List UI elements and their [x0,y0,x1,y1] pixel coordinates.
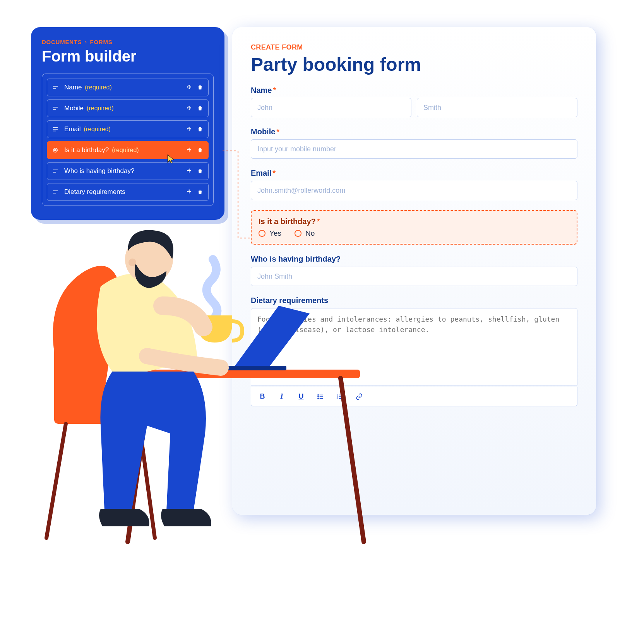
breadcrumb-leaf[interactable]: FORMS [90,39,113,45]
radio-icon [259,230,265,237]
name-label: Name* [251,86,577,95]
field-email: Email* [251,169,577,200]
chevron-right-icon: › [85,39,87,45]
dietary-textarea[interactable] [251,308,577,385]
bold-button[interactable]: B [258,392,267,401]
svg-line-27 [139,424,155,538]
text-field-icon [52,84,59,91]
first-name-input[interactable] [251,98,411,117]
svg-point-13 [318,394,319,395]
move-icon[interactable] [186,147,193,154]
trash-icon[interactable] [197,84,204,91]
move-icon[interactable] [186,168,193,175]
label-text: Email [251,169,271,177]
trash-icon[interactable] [197,188,204,195]
trash-icon[interactable] [197,147,204,154]
builder-item-label: Who is having birthday? [64,167,134,175]
svg-point-8 [55,149,57,151]
bullet-list-button[interactable] [316,393,325,400]
last-name-input[interactable] [417,98,577,117]
svg-text:3: 3 [337,397,338,399]
field-birthday-highlighted: Is it a birthday?* Yes No [251,210,577,245]
email-input[interactable] [251,181,577,200]
required-star-icon: * [276,127,279,136]
birthday-label: Is it a birthday?* [259,217,570,226]
builder-title: Form builder [42,48,214,65]
builder-item-mobile[interactable]: Mobile (required) [47,99,209,117]
radio-field-icon [52,147,59,154]
svg-rect-25 [54,412,151,424]
label-text: Mobile [251,127,275,136]
label-text: Is it a birthday? [259,217,316,226]
mobile-label: Mobile* [251,127,577,136]
trash-icon[interactable] [197,126,204,133]
move-icon[interactable] [186,188,193,195]
breadcrumb-root[interactable]: DOCUMENTS [42,39,82,45]
who-label: Who is having birthday? [251,255,577,264]
svg-line-29 [128,378,151,542]
field-mobile: Mobile* [251,127,577,159]
required-tag: (required) [85,84,111,91]
builder-item-name[interactable]: Name (required) [47,79,209,96]
eyebrow-label: CREATE FORM [251,43,577,51]
multiline-field-icon [52,126,59,133]
svg-point-17 [318,398,319,399]
builder-item-who[interactable]: Who is having birthday? [47,162,209,180]
trash-icon[interactable] [197,168,204,175]
builder-item-label: Email [64,125,81,133]
required-tag: (required) [84,126,111,133]
dietary-label: Dietary requirements [251,296,577,305]
builder-item-label: Is it a birthday? [64,146,109,154]
text-field-icon [52,188,59,195]
text-field-icon [52,105,59,112]
italic-button[interactable]: I [277,392,286,401]
svg-line-26 [46,424,66,538]
breadcrumb[interactable]: DOCUMENTS › FORMS [42,39,214,45]
label-text: Name [251,86,272,94]
builder-fields-list: Name (required) Mobile (required) [42,74,214,206]
form-builder-panel: DOCUMENTS › FORMS Form builder Name (req… [31,27,224,220]
move-icon[interactable] [186,126,193,133]
move-icon[interactable] [186,105,193,112]
radio-label: Yes [269,229,281,238]
form-preview-panel: CREATE FORM Party booking form Name* Mob… [232,27,596,515]
mobile-input[interactable] [251,139,577,159]
required-tag: (required) [87,105,113,112]
builder-item-label: Mobile [64,104,84,112]
builder-item-email[interactable]: Email (required) [47,120,209,138]
radio-no[interactable]: No [295,229,315,238]
required-star-icon: * [273,86,276,94]
email-label: Email* [251,169,577,178]
field-dietary: Dietary requirements B I U 123 [251,296,577,406]
builder-item-birthday[interactable]: Is it a birthday? (required) [47,141,209,159]
numbered-list-button[interactable]: 123 [336,393,344,400]
builder-item-label: Name [64,84,82,91]
required-star-icon: * [272,169,276,177]
radio-yes[interactable]: Yes [259,229,281,238]
field-name: Name* [251,86,577,117]
text-field-icon [52,168,59,175]
builder-item-label: Dietary requirements [64,188,125,196]
link-button[interactable] [355,393,363,400]
field-who: Who is having birthday? [251,255,577,286]
radio-icon [295,230,301,237]
trash-icon[interactable] [197,105,204,112]
builder-item-dietary[interactable]: Dietary requirements [47,183,209,201]
form-title: Party booking form [251,54,577,75]
svg-point-32 [125,235,173,283]
radio-label: No [305,229,315,238]
required-tag: (required) [112,147,139,154]
svg-point-33 [128,259,136,266]
rte-toolbar: B I U 123 [251,387,577,406]
underline-button[interactable]: U [297,392,305,401]
who-input[interactable] [251,267,577,286]
move-icon[interactable] [186,84,193,91]
required-star-icon: * [317,217,320,226]
svg-point-15 [318,396,319,397]
